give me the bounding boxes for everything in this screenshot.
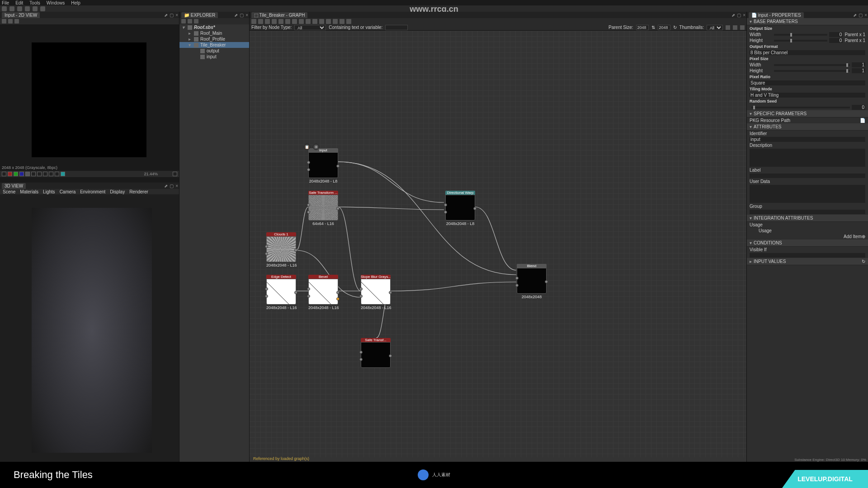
filter-text-input[interactable] [385, 25, 408, 30]
seed-value[interactable]: 0 [852, 105, 865, 110]
reset-icon[interactable]: ↻ [673, 25, 677, 30]
undo-icon[interactable] [33, 6, 38, 11]
pwidth-slider[interactable] [774, 64, 850, 66]
plus-icon[interactable]: ⊕ [862, 234, 865, 239]
label-value[interactable] [750, 174, 865, 178]
menu-windows[interactable]: Windows [47, 0, 65, 5]
menu-renderer[interactable]: Renderer [129, 189, 148, 194]
pencil-icon[interactable] [333, 19, 338, 24]
node-slope[interactable]: Slope Blur Grays...2048x2048 - L16 [361, 275, 391, 310]
channel-green[interactable] [14, 172, 18, 176]
dropdown-icon[interactable] [194, 19, 198, 23]
properties-tab[interactable]: 📄 input - PROPERTIES [749, 12, 804, 18]
zoom-icon[interactable] [272, 19, 277, 24]
pin-icon[interactable]: ⬈ [164, 183, 168, 188]
menu-display[interactable]: Display [110, 189, 125, 194]
back-icon[interactable] [9, 6, 14, 11]
link-icon[interactable] [285, 19, 290, 24]
copy-icon[interactable] [8, 19, 13, 23]
channel-red[interactable] [8, 172, 12, 176]
frame-icon[interactable] [340, 19, 344, 24]
wand-icon[interactable] [326, 19, 331, 24]
close-icon[interactable]: × [175, 183, 178, 188]
tree-item-roof-main[interactable]: ▸Roof_Main [179, 30, 249, 36]
node-copy-icon[interactable]: 📋 [304, 144, 310, 150]
undock-icon[interactable]: ▢ [170, 13, 174, 18]
close-icon[interactable]: × [743, 13, 745, 18]
tree-item-tile-breaker[interactable]: ▾Tile_Breaker [179, 42, 249, 48]
file-icon[interactable]: 📄 [860, 118, 865, 123]
node-edge[interactable]: Edge Detect2048x2048 - L16 [266, 275, 296, 310]
close-icon[interactable]: × [245, 13, 248, 18]
light-icon[interactable] [61, 172, 65, 176]
close-icon[interactable]: × [175, 13, 178, 18]
menu-scene[interactable]: Scene [3, 189, 15, 194]
pwidth-value[interactable]: 1 [852, 62, 865, 67]
link-icon[interactable]: ⇅ [651, 25, 655, 30]
tree-item-output[interactable]: output [179, 48, 249, 54]
add-item-button[interactable]: Add Item [844, 234, 862, 239]
menu-help[interactable]: Help [71, 0, 80, 5]
tiling-mode-value[interactable]: H and V Tiling [750, 93, 865, 98]
output-format-value[interactable]: 8 Bits per Channel [750, 50, 865, 55]
pheight-slider[interactable] [774, 70, 850, 72]
arrow-icon[interactable] [312, 19, 317, 24]
undock-icon[interactable]: ▢ [170, 183, 174, 188]
tree-item-roof-profile[interactable]: ▸Roof_Profile [179, 36, 249, 42]
close-icon[interactable]: × [864, 13, 867, 18]
reset-icon[interactable]: ↻ [862, 259, 865, 264]
node-safe2[interactable]: Safe Transf... [361, 338, 391, 369]
menu-materials[interactable]: Materials [20, 189, 38, 194]
view3d-tab[interactable]: 3D VIEW [2, 183, 26, 189]
node-clouds[interactable]: Clouds 12048x2048 - L16 [266, 232, 296, 267]
menu-camera[interactable]: Camera [60, 189, 76, 194]
pixel-ratio-value[interactable]: Square [750, 80, 865, 85]
width-slider[interactable] [774, 34, 827, 36]
node-icon[interactable] [319, 19, 324, 24]
view2d-tab[interactable]: Input - 2D VIEW [2, 12, 40, 18]
node-blend[interactable]: Blend2048x2048 [517, 264, 547, 299]
seed-slider[interactable] [751, 107, 850, 108]
menu-file[interactable]: File [2, 0, 9, 5]
visibleif-value[interactable] [750, 253, 865, 258]
expand-icon[interactable] [346, 19, 351, 24]
refresh-icon[interactable] [188, 19, 192, 23]
userdata-value[interactable] [750, 185, 865, 203]
open-icon[interactable] [25, 6, 30, 11]
view-icon[interactable] [726, 25, 730, 30]
identifier-value[interactable]: input [750, 137, 865, 142]
lock-icon[interactable] [173, 172, 177, 176]
snap-icon[interactable] [306, 19, 311, 24]
undock-icon[interactable]: ▢ [737, 13, 741, 18]
channel-alpha[interactable] [25, 172, 30, 176]
menu-environment[interactable]: Environment [80, 189, 105, 194]
pin-icon[interactable]: ⬈ [853, 13, 857, 18]
view2d-canvas[interactable] [32, 42, 146, 157]
pin-icon[interactable]: ⬈ [731, 13, 735, 18]
menu-lights[interactable]: Lights [43, 189, 55, 194]
tree-item-input[interactable]: input [179, 54, 249, 60]
node-bevel[interactable]: Bevel2048x2048 - L16 [308, 275, 338, 310]
align-icon[interactable] [292, 19, 297, 24]
node-dwarp[interactable]: Directional Warp2048x2048 - L8 [445, 191, 475, 226]
tree-item-roof-sbs-[interactable]: ▾Roof.sbs* [179, 24, 249, 30]
parent-size-w[interactable] [636, 25, 649, 30]
pin-icon[interactable]: ⬈ [234, 13, 238, 18]
pin-icon[interactable]: ⬈ [164, 13, 168, 18]
description-value[interactable] [750, 149, 865, 167]
tool-icon[interactable] [14, 19, 19, 23]
explorer-tab[interactable]: 📁 EXPLORER [181, 12, 218, 18]
menu-tools[interactable]: Tools [29, 0, 40, 5]
redo-icon[interactable] [40, 6, 45, 11]
grid-icon[interactable] [31, 172, 36, 176]
grid-view-icon[interactable] [733, 25, 737, 30]
cursor-icon[interactable] [251, 19, 256, 24]
graph-tab[interactable]: ⬚ Tile_Breaker - GRAPH [251, 12, 307, 18]
grid-icon[interactable] [299, 19, 304, 24]
section-conditions[interactable]: ▾CONDITIONS [747, 239, 868, 247]
menu-edit[interactable]: Edit [15, 0, 23, 5]
pheight-value[interactable]: 1 [852, 68, 865, 73]
parent-size-h[interactable] [658, 25, 670, 30]
filter-type-select[interactable]: All [294, 25, 326, 30]
undock-icon[interactable]: ▢ [859, 13, 863, 18]
